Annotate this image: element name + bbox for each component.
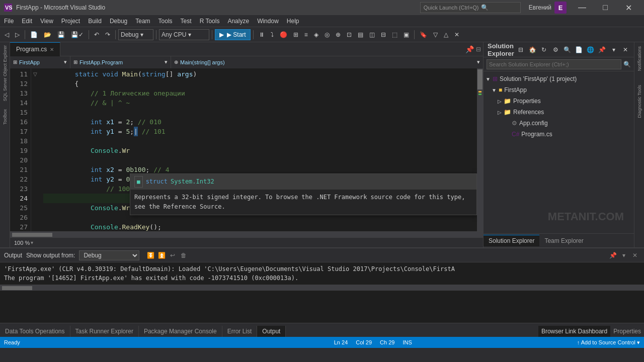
- editor-horiz-scrollbar[interactable]: [10, 231, 483, 237]
- output-scroll-end[interactable]: ⏬: [145, 250, 155, 260]
- toolbar-misc2[interactable]: ≡: [302, 29, 310, 40]
- toolbar-bookmark[interactable]: 🔖: [417, 29, 430, 40]
- tree-appconfig[interactable]: ⚙ App.config: [484, 118, 634, 129]
- debug-config-dropdown[interactable]: Debug ▾: [118, 29, 153, 40]
- diagnostic-tab[interactable]: Diagnostic Tools: [636, 83, 643, 120]
- toolbar-save[interactable]: 💾: [55, 29, 67, 40]
- output-clear[interactable]: 🗑: [179, 250, 189, 260]
- tree-firstapp[interactable]: ▼ ■ FirstApp: [484, 84, 634, 96]
- toolbar-open[interactable]: 📂: [41, 29, 54, 40]
- bottom-tab-browser-link[interactable]: Browser Link Dashboard: [538, 326, 610, 337]
- menu-test[interactable]: Test: [177, 15, 196, 27]
- tree-programcs[interactable]: C# Program.cs: [484, 129, 634, 140]
- se-collapse-icon[interactable]: ⊟: [516, 45, 526, 55]
- output-scroll-up[interactable]: ⏫: [156, 250, 167, 260]
- code-lines[interactable]: static void Main(string[] args) { // 1 Л…: [39, 68, 477, 231]
- output-word-wrap[interactable]: ↩: [168, 250, 178, 260]
- toolbar-misc8[interactable]: ◫: [367, 29, 377, 40]
- tree-properties[interactable]: ▷ 📁 Properties: [484, 96, 634, 107]
- output-dropdown-icon[interactable]: ▾: [619, 250, 629, 260]
- toolbar-prev-bookmark[interactable]: △: [441, 29, 451, 40]
- toolbar-clear-bookmarks[interactable]: ✕: [452, 29, 462, 40]
- zoom-arrow[interactable]: ▾: [31, 240, 33, 245]
- toolbar-save-all[interactable]: 💾✓: [68, 29, 86, 40]
- se-file-icon[interactable]: 📄: [574, 45, 584, 55]
- minimize-button[interactable]: —: [571, 0, 594, 15]
- bottom-tab-properties[interactable]: Properties: [610, 326, 644, 337]
- pin-icon[interactable]: 📌: [465, 45, 474, 53]
- toolbar-misc9[interactable]: ⊟: [378, 29, 388, 40]
- close-button[interactable]: ✕: [617, 0, 640, 15]
- output-scroll-thumb[interactable]: [2, 286, 32, 290]
- fold-11[interactable]: ▽: [31, 69, 39, 79]
- toolbar-forward[interactable]: ▷: [13, 29, 22, 40]
- menu-project[interactable]: Project: [57, 15, 84, 27]
- menu-view[interactable]: View: [36, 15, 57, 27]
- toolbar-undo[interactable]: ↶: [92, 29, 102, 40]
- se-refresh-icon[interactable]: ↻: [539, 45, 549, 55]
- se-tab-team[interactable]: Team Explorer: [539, 235, 588, 246]
- toolbar-new[interactable]: 📄: [28, 29, 40, 40]
- server-explorer-tab[interactable]: SQL Server Object Explorer: [2, 43, 9, 103]
- tree-solution[interactable]: ▼ ⊞ Solution 'FirstApp' (1 project): [484, 73, 634, 84]
- quick-launch[interactable]: Quick Launch (Ctrl+Q) 🔍: [420, 2, 521, 13]
- toolbar-back[interactable]: ◁: [2, 29, 12, 40]
- se-settings-icon[interactable]: ⚙: [551, 45, 560, 55]
- bottom-tab-error-list[interactable]: Error List: [222, 326, 258, 337]
- toolbar-attach[interactable]: ⏸: [256, 29, 267, 40]
- solution-search-input[interactable]: [487, 59, 621, 69]
- toolbar-misc6[interactable]: ⊡: [344, 29, 354, 40]
- menu-rtools[interactable]: R Tools: [196, 15, 224, 27]
- output-source-select[interactable]: Debug: [79, 250, 139, 260]
- tab-close-icon[interactable]: ✕: [50, 47, 54, 52]
- menu-file[interactable]: File: [0, 15, 18, 27]
- se-dropdown-icon[interactable]: ▾: [609, 45, 618, 55]
- menu-build[interactable]: Build: [84, 15, 106, 27]
- menu-tools[interactable]: Tools: [154, 15, 177, 27]
- scrollbar-thumb[interactable]: [477, 69, 482, 89]
- bottom-tab-data-tools[interactable]: Data Tools Operations: [0, 326, 70, 337]
- bottom-tab-output[interactable]: Output: [257, 326, 286, 337]
- toolbar-breakpoints[interactable]: 🔴: [277, 29, 290, 40]
- se-tab-solution[interactable]: Solution Explorer: [484, 235, 539, 246]
- se-pin-icon[interactable]: 📌: [597, 45, 607, 55]
- nav-class-dropdown[interactable]: ⊞ FirstApp.Program ▾: [70, 56, 171, 68]
- toolbar-next-bookmark[interactable]: ▽: [431, 29, 440, 40]
- toolbox-tab[interactable]: Toolbox: [2, 107, 9, 127]
- horiz-thumb[interactable]: [12, 233, 52, 237]
- se-web-icon[interactable]: 🌐: [586, 45, 595, 55]
- bottom-tab-package-manager[interactable]: Package Manager Console: [139, 326, 222, 337]
- toolbar-misc3[interactable]: ◈: [311, 29, 321, 40]
- se-search-icon[interactable]: 🔍: [562, 45, 572, 55]
- toolbar-step-over[interactable]: ⤵: [268, 29, 276, 40]
- status-add-source[interactable]: ↑ Add to Source Control ▾: [577, 339, 640, 346]
- cpu-dropdown[interactable]: Any CPU ▾: [159, 29, 209, 40]
- menu-edit[interactable]: Edit: [18, 15, 36, 27]
- toolbar-misc1[interactable]: ⊞: [291, 29, 301, 40]
- toolbar-misc10[interactable]: ⬚: [389, 29, 400, 40]
- toolbar-redo[interactable]: ↷: [103, 29, 113, 40]
- toolbar-misc11[interactable]: ▣: [401, 29, 412, 40]
- output-scroll-bar[interactable]: [0, 285, 644, 291]
- toolbar-misc4[interactable]: ◎: [322, 29, 332, 40]
- toolbar-misc5[interactable]: ⊕: [333, 29, 343, 40]
- menu-team[interactable]: Team: [131, 15, 154, 27]
- notifications-tab[interactable]: Notifications: [636, 44, 643, 73]
- se-properties-icon[interactable]: 🏠: [528, 45, 537, 55]
- menu-window[interactable]: Window: [253, 15, 283, 27]
- menu-help[interactable]: Help: [283, 15, 303, 27]
- toolbar-misc7[interactable]: ▤: [355, 29, 366, 40]
- maximize-button[interactable]: □: [594, 0, 617, 15]
- output-close-icon[interactable]: ✕: [630, 250, 640, 260]
- start-button[interactable]: ▶ ▶ Start: [215, 29, 251, 40]
- editor-scrollbar[interactable]: [477, 68, 483, 231]
- nav-firstapp-dropdown[interactable]: ⊞ FirstApp ▾: [10, 56, 70, 68]
- menu-analyze[interactable]: Analyze: [223, 15, 253, 27]
- bottom-tab-task-runner[interactable]: Task Runner Explorer: [70, 326, 139, 337]
- se-close-icon[interactable]: ✕: [620, 45, 630, 55]
- zoom-level[interactable]: 100 %: [14, 240, 30, 246]
- tree-references[interactable]: ▷ 📁 References: [484, 107, 634, 118]
- output-pin-icon[interactable]: 📌: [608, 250, 618, 260]
- menu-debug[interactable]: Debug: [106, 15, 131, 27]
- nav-method-dropdown[interactable]: ⊕ Main(string[] args) ▾: [171, 56, 483, 68]
